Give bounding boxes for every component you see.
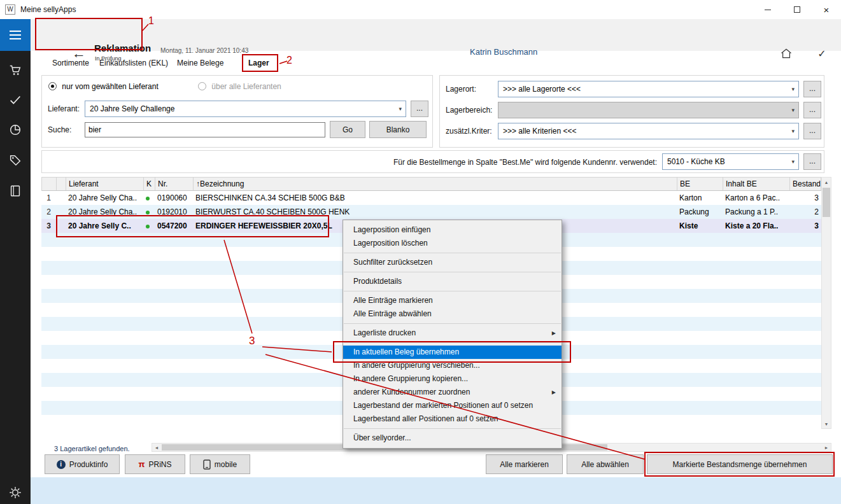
sidebar-item-catalog[interactable] [0, 177, 31, 205]
lagerort-combo[interactable]: >>> alle Lagerorte <<< ▾ [498, 81, 799, 97]
scroll-left-button[interactable]: ◄ [152, 444, 161, 451]
lieferant-combo[interactable]: 20 Jahre Selly Challenge ▾ [85, 101, 406, 117]
blanko-button[interactable]: Blanko [369, 121, 427, 138]
menu-item-lagerliste-drucken[interactable]: Lagerliste drucken ▶ [343, 326, 562, 340]
menu-item-in-aktuellen-beleg-uebernehmen[interactable]: In aktuellen Beleg übernehmen [343, 346, 562, 359]
menu-item-lagerbestand-markierte-auf-0[interactable]: Lagerbestand der markierten Positionen a… [343, 399, 562, 412]
table-row[interactable]: 2 20 Jahre Selly Cha.. 0192010 BIERWURST… [41, 205, 821, 219]
menu-item-gruppierung-kopieren[interactable]: In andere Gruppierung kopieren... [343, 372, 562, 386]
kundennr-more-button[interactable]: ... [803, 153, 821, 170]
kriterien-label: zusätzl.Kriter: [446, 127, 492, 136]
cell-be: Packung [677, 207, 723, 216]
tab-lager[interactable]: Lager [248, 59, 269, 67]
cell-nr: 0192010 [155, 207, 193, 216]
cell-bezeichnung: BIERSCHINKEN CA.34 SCHEIB 500G B&B [193, 193, 677, 202]
sidebar-item-offers[interactable] [0, 146, 31, 174]
col-nr[interactable]: Nr. [155, 178, 194, 190]
sidebar-item-settings[interactable] [0, 479, 31, 504]
kriterien-more-button[interactable]: ... [803, 123, 821, 139]
col-be[interactable]: BE [677, 178, 723, 190]
kundennr-combo[interactable]: 5010 - Küche KB ▾ [662, 153, 799, 170]
app-window: W Meine sellyApps × ← Reklamation [0, 0, 841, 504]
chevron-down-icon: ▾ [791, 128, 795, 134]
lagerbereich-more-button[interactable]: ... [803, 102, 821, 118]
annotation-number-2: 2 [286, 55, 292, 66]
menu-item-lagerposition-einfuegen[interactable]: Lagerposition einfügen [343, 223, 562, 237]
vertical-scrollbar[interactable]: ▲ ▼ [821, 177, 831, 429]
lagerort-more-button[interactable]: ... [803, 81, 821, 97]
submenu-arrow-icon: ▶ [552, 326, 556, 340]
menu-separator [344, 253, 561, 253]
menu-separator [344, 342, 561, 343]
table-header: Lieferant K Nr. ↑Bezeichnung BE Inhalt B… [41, 177, 821, 191]
confirm-button[interactable]: ✓ [812, 45, 831, 62]
menu-item-kundennummer-zuordnen[interactable]: anderer Kundennummer zuordnen ▶ [343, 386, 562, 399]
lagerort-label: Lagerort: [446, 85, 476, 94]
maximize-button[interactable] [782, 0, 812, 19]
tab-einkaufslisten[interactable]: Einkaufslisten (EKL) [99, 59, 168, 67]
menu-item-lagerposition-loeschen[interactable]: Lagerposition löschen [343, 237, 562, 250]
kriterien-combo[interactable]: >>> alle Kriterien <<< ▾ [498, 123, 799, 139]
alle-markieren-button[interactable]: Alle markieren [486, 454, 563, 474]
tab-sortimente[interactable]: Sortimente [52, 59, 89, 67]
home-button[interactable] [777, 45, 796, 62]
scroll-down-button[interactable]: ▼ [822, 419, 831, 428]
col-inhalt-be[interactable]: Inhalt BE [723, 178, 790, 190]
window-title: Meine sellyApps [20, 0, 76, 19]
scroll-right-button[interactable]: ► [822, 444, 831, 451]
phone-icon [203, 459, 211, 470]
alle-abwaehlen-button[interactable]: Alle abwählen [567, 454, 644, 474]
cell-inhalt: Kiste a 20 Fla.. [723, 221, 789, 230]
menu-button[interactable] [0, 19, 31, 51]
search-input[interactable] [85, 122, 325, 137]
go-button[interactable]: Go [330, 121, 365, 138]
sidebar-item-cart[interactable] [0, 56, 31, 84]
menu-separator [344, 428, 561, 429]
cell-lieferant: 20 Jahre Selly Cha.. [66, 193, 143, 202]
uebernehmen-button[interactable]: Markierte Bestandsmenge übernehmen [647, 454, 833, 474]
col-marker [57, 178, 66, 190]
lieferant-value: 20 Jahre Selly Challenge [90, 104, 174, 113]
radio-disabled-icon[interactable] [198, 82, 206, 90]
menu-item-alle-eintraege-markieren[interactable]: Alle Einträge markieren [343, 294, 562, 307]
cell-nr: 0547200 [155, 221, 193, 230]
menu-item-suchfilter-zuruecksetzen[interactable]: Suchfilter zurücksetzen [343, 256, 562, 269]
scroll-up-button[interactable]: ▲ [822, 178, 831, 186]
submenu-arrow-icon: ▶ [552, 386, 556, 399]
user-name: Katrin Buschmann [470, 47, 537, 57]
lieferant-more-button[interactable]: ... [411, 101, 428, 117]
page-date: Montag, 11. Januar 2021 10:43 [160, 47, 248, 54]
menu-item-gruppierung-verschieben[interactable]: In andere Gruppierung verschieben... [343, 359, 562, 372]
tab-meine-belege[interactable]: Meine Belege [177, 59, 223, 67]
cell-bezeichnung: BIERWURST CA.40 SCHEIBEN 500G HENK [193, 207, 677, 216]
mobile-button[interactable]: mobile [190, 454, 250, 474]
menu-item-alle-eintraege-abwaehlen[interactable]: Alle Einträge abwählen [343, 307, 562, 321]
prins-button[interactable]: π PRiNS [125, 454, 185, 474]
radio-nur-vom-lieferant[interactable]: nur vom gewählten Lieferant [48, 82, 159, 91]
context-menu: Lagerposition einfügen Lagerposition lös… [343, 220, 562, 449]
scroll-thumb[interactable] [823, 188, 830, 217]
radio-selected-icon[interactable] [48, 82, 57, 90]
minimize-button[interactable] [753, 0, 782, 19]
menu-item-lagerbestand-alle-auf-0[interactable]: Lagerbestand aller Positionen auf 0 setz… [343, 412, 562, 426]
footer-band [31, 477, 841, 504]
radio-alle-lieferanten[interactable]: über alle Lieferanten [198, 82, 281, 91]
col-bestand[interactable]: Bestand [790, 178, 822, 190]
menu-item-produktdetails[interactable]: Produktdetails [343, 275, 562, 288]
tag-icon [8, 153, 22, 167]
table-row[interactable]: 1 20 Jahre Selly Cha.. 0190060 BIERSCHIN… [41, 191, 821, 205]
sidebar-item-reports[interactable] [0, 116, 31, 144]
sidebar [0, 19, 31, 504]
col-k[interactable]: K [144, 178, 155, 190]
cell-be: Karton [677, 193, 723, 202]
status-dot-icon [146, 225, 150, 228]
result-count: 3 Lagerartikel gefunden. [54, 445, 130, 452]
home-icon [780, 47, 793, 60]
menu-item-ueber-sellyorder[interactable]: Über sellyorder... [343, 431, 562, 445]
produktinfo-button[interactable]: i Produktinfo [45, 454, 120, 474]
sidebar-item-tasks[interactable] [0, 86, 31, 114]
col-lieferant[interactable]: Lieferant [66, 178, 144, 190]
col-bezeichnung[interactable]: ↑Bezeichnung [194, 178, 677, 190]
cell-lieferant: 20 Jahre Selly C.. [66, 221, 143, 230]
close-button[interactable]: × [812, 0, 841, 19]
